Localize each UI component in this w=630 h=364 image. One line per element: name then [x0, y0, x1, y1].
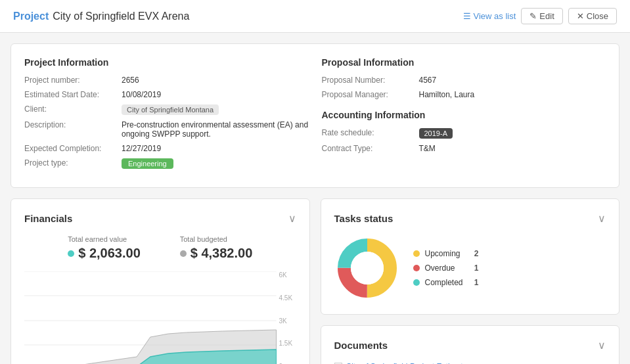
- close-button[interactable]: ✕ Close: [568, 8, 617, 24]
- total-earned-metric: Total earned value $ 2,063.00: [68, 235, 141, 261]
- view-as-list-button[interactable]: ☰ View as list: [463, 11, 516, 21]
- edit-icon: ✎: [529, 11, 537, 21]
- edit-label: Edit: [539, 11, 554, 21]
- documents-chevron[interactable]: ∨: [598, 339, 606, 352]
- legend-overdue: Overdue 1: [413, 263, 479, 273]
- financials-title: Financials: [24, 213, 72, 224]
- page-title: City of Springfield EVX Arena: [53, 11, 189, 22]
- earned-dot: [68, 250, 74, 257]
- project-info-section: Project Information Project number: 2656…: [24, 57, 309, 174]
- completion-row: Expected Completion: 12/27/2019: [24, 144, 309, 153]
- financials-chevron[interactable]: ∨: [288, 212, 296, 225]
- completed-count: 1: [468, 278, 479, 287]
- tasks-chevron[interactable]: ∨: [598, 212, 606, 225]
- top-bar: Project City of Springfield EVX Arena ☰ …: [0, 0, 630, 33]
- total-budgeted-metric: Total budgeted $ 4,382.00: [180, 235, 253, 261]
- list-icon: ☰: [463, 11, 471, 21]
- project-info-card: Project Information Project number: 2656…: [11, 43, 619, 188]
- proposal-manager-row: Proposal Manager: Hamilton, Laura: [322, 90, 606, 99]
- start-date-row: Estimated Start Date: 10/08/2019: [24, 90, 309, 99]
- brand-label: Project: [13, 11, 49, 22]
- financials-card: Financials ∨ Total earned value $ 2,063.…: [11, 198, 310, 364]
- overdue-dot: [413, 265, 420, 271]
- project-number-row: Project number: 2656: [24, 76, 309, 85]
- earned-value: $ 2,063.00: [78, 246, 141, 261]
- budgeted-dot: [180, 250, 187, 257]
- y-axis-labels: 6K 4.5K 3K 1.5K 0: [277, 271, 296, 364]
- proposal-accounting-section: Proposal Information Proposal Number: 45…: [322, 57, 606, 174]
- proposal-info-title: Proposal Information: [322, 57, 606, 68]
- tasks-status-card: Tasks status ∨: [321, 198, 620, 315]
- tasks-title: Tasks status: [334, 213, 394, 224]
- completed-label: Completed: [425, 278, 463, 287]
- legend-upcoming: Upcoming 2: [413, 249, 479, 258]
- client-row: Client: City of Springfield Montana: [24, 104, 309, 115]
- documents-card: Documents ∨ City of Springfield Project …: [321, 325, 620, 364]
- donut-chart: [334, 235, 400, 301]
- top-bar-actions: ☰ View as list ✎ Edit ✕ Close: [463, 8, 617, 24]
- project-info-title: Project Information: [24, 57, 309, 68]
- budgeted-value: $ 4,382.00: [191, 246, 253, 261]
- upcoming-dot: [413, 250, 420, 257]
- project-type-row: Project type: Engineering: [24, 158, 309, 169]
- completed-dot: [413, 279, 420, 286]
- proposal-number-row: Proposal Number: 4567: [322, 76, 606, 85]
- tasks-legend: Upcoming 2 Overdue 1 Completed 1: [413, 249, 479, 287]
- rate-schedule-row: Rate schedule: 2019-A: [322, 128, 606, 139]
- svg-point-8: [351, 252, 384, 284]
- view-as-list-label: View as list: [474, 11, 516, 21]
- chart-svg: [24, 271, 277, 364]
- overdue-label: Overdue: [425, 263, 455, 273]
- legend-completed: Completed 1: [413, 278, 479, 287]
- overdue-count: 1: [468, 263, 479, 273]
- documents-title: Documents: [334, 340, 388, 351]
- upcoming-count: 2: [468, 249, 479, 258]
- close-icon: ✕: [577, 11, 584, 21]
- accounting-info-title: Accounting Information: [322, 110, 606, 120]
- description-row: Description: Pre-construction environmen…: [24, 120, 309, 139]
- financials-chart: [24, 271, 277, 364]
- edit-button[interactable]: ✎ Edit: [521, 8, 562, 24]
- contract-type-row: Contract Type: T&M: [322, 144, 606, 153]
- upcoming-label: Upcoming: [425, 249, 461, 258]
- close-label: Close: [587, 11, 608, 21]
- top-bar-left: Project City of Springfield EVX Arena: [13, 11, 189, 22]
